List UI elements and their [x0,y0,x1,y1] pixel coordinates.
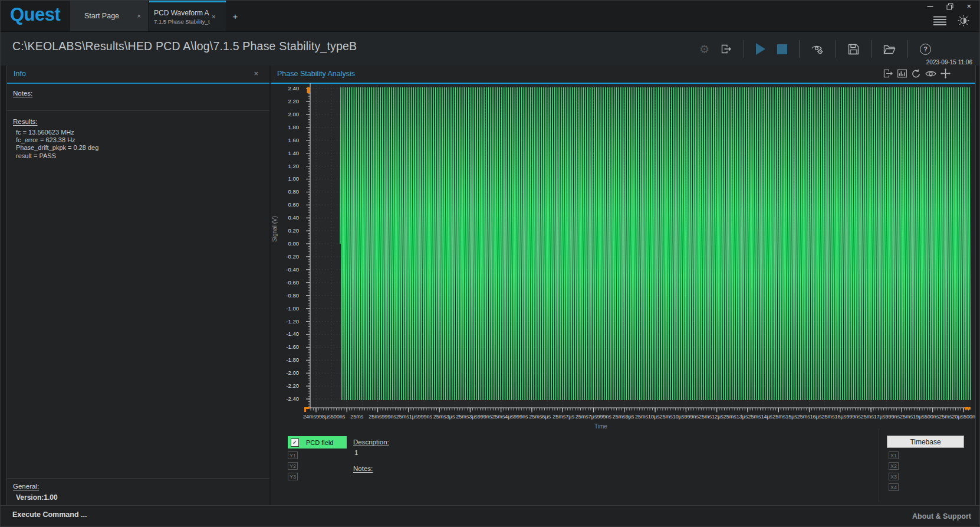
theme-brightness-icon[interactable] [957,14,970,30]
tab-start-page[interactable]: Start Page × [70,1,148,31]
analysis-panel: Phase Stability Analysis Signal (V) 2.40… [271,66,976,506]
close-button[interactable]: × [966,2,971,10]
notes-label: Notes: [13,90,32,97]
x-tick-label: 25ms999ns [369,414,396,420]
tab-text: PCD Waveform A 7.1.5 Phase Stability_t [154,9,212,25]
y-tick-label: 1.60 [288,137,300,143]
stop-button[interactable] [777,44,787,54]
x-tick-label: 25ms9µs [611,414,635,420]
toolbar-separator [836,40,836,58]
x-tick-label: 25ms10µs999ns [660,414,699,420]
y-tick-label: 2.20 [288,98,300,104]
result-line: fc = 13.560623 MHz [16,129,98,136]
export-icon[interactable] [721,44,732,54]
tab-pcd-waveform-analyzer[interactable]: PCD Waveform A 7.1.5 Phase Stability_t × [149,1,226,31]
execute-command-prompt[interactable]: Execute Command ... [12,510,87,519]
x-tick-label: 25ms [345,414,369,420]
x2-cursor-slot[interactable]: X2 [889,462,899,470]
visibility-eye-icon[interactable] [925,70,936,80]
y-tick-label: -0.60 [286,279,299,286]
y-tick-label: 2.40 [288,85,300,91]
toolbar-separator [799,40,800,58]
window-controls: × [927,2,971,10]
tab-sublabel: 7.1.5 Phase Stability_t [154,18,212,25]
y-tick-label: 1.20 [288,163,300,169]
divider [7,110,269,111]
export-chart-icon[interactable] [883,69,893,80]
view-settings-eye-icon[interactable] [811,44,824,54]
y-tick-label: -1.80 [286,356,299,363]
y-tick-label: 0.80 [288,188,300,195]
about-support-link[interactable]: About & Support [912,512,971,521]
minimize-button[interactable] [927,3,933,9]
x-tick-label: 25ms7µs999ns [575,414,611,420]
timestamp: 2023-09-15 11:06 [926,59,972,66]
tab-label: PCD Waveform A [154,9,212,17]
divider [7,478,269,479]
toolbar-separator [907,40,908,58]
timebase-button[interactable]: Timebase [887,436,964,448]
toolbar-separator [871,40,872,58]
x-tick-label: 25ms14µs [748,414,772,420]
settings-gear-icon[interactable]: ⚙ [699,42,709,56]
y-tick-label: 2.00 [288,111,300,117]
y1-cursor-slot[interactable]: Y1 [288,451,298,459]
x4-cursor-slot[interactable]: X4 [889,483,899,491]
close-icon[interactable]: × [254,69,258,78]
y-tick-label: -1.60 [286,343,299,350]
signal-details-panel: ✓ PCD field Y1Y2Y3 Description: 1 Notes:… [271,429,975,506]
save-icon[interactable] [848,44,859,55]
y-tick-label: 1.00 [288,175,300,182]
x-tick-label: 25ms13µs [724,414,748,420]
description-value: 1 [354,449,358,456]
toolbar-separator [744,40,744,58]
result-line: result = PASS [16,152,98,160]
close-icon[interactable]: × [212,14,215,20]
y-tick-label: -2.40 [286,395,299,402]
menu-icon[interactable] [933,16,947,28]
info-panel-header: Info × [7,66,269,84]
y-tick-label: -0.40 [286,266,299,273]
y3-cursor-slot[interactable]: Y3 [288,473,298,480]
waveform-plot[interactable] [303,81,975,413]
x3-cursor-slot[interactable]: X3 [889,473,899,480]
reset-zoom-icon[interactable] [911,69,921,81]
x-tick-label: 25ms6µs [528,414,552,420]
new-tab-button[interactable]: + [227,1,244,31]
signal-pcd-field[interactable]: ✓ PCD field [288,436,347,449]
x-tick-label: 25ms16µs [797,414,822,420]
restore-button[interactable] [946,3,953,10]
info-panel: Info × Notes: Results: fc = 13.560623 MH… [6,66,269,506]
y-tick-label: -2.00 [286,369,299,376]
x-tick-label: 25ms4µs999ns [492,414,528,420]
y-tick-label: -2.20 [286,382,299,389]
x-tick-label: 25ms15µs [772,414,797,420]
x1-cursor-slot[interactable]: X1 [889,451,899,459]
x-tick-label: 25ms3µs [432,414,456,420]
main-toolbar: ⚙ ? [699,40,931,58]
app-window: Quest Start Page × PCD Waveform A 7.1.5 … [0,0,980,527]
help-icon[interactable]: ? [920,44,931,55]
result-line: fc_error = 623.38 Hz [16,136,98,144]
chart-toolbar [883,68,951,81]
checkbox-checked-icon[interactable]: ✓ [291,438,299,447]
close-icon[interactable]: × [137,13,141,19]
tab-bar: Quest Start Page × PCD Waveform A 7.1.5 … [1,1,979,31]
y2-cursor-slot[interactable]: Y2 [288,462,298,470]
run-play-button[interactable] [756,43,765,55]
general-label: General: [13,483,39,490]
y-tick-label: 0.20 [288,227,300,234]
x-tick-label: 25ms1µs999ns [396,414,432,420]
x-tick-label: 25ms7µs [552,414,575,420]
y-tick-label: -0.80 [286,292,299,299]
x-tick-label: 25ms17µs999ns [861,414,900,420]
tab-label: Start Page [77,12,137,20]
result-line: Phase_drift_pkpk = 0.28 deg [16,144,98,152]
histogram-icon[interactable] [897,69,907,80]
open-folder-icon[interactable] [883,44,896,54]
tab-strip: Start Page × PCD Waveform A 7.1.5 Phase … [70,1,244,31]
results-list: fc = 13.560623 MHzfc_error = 623.38 HzPh… [16,129,98,160]
y-tick-label: 0.60 [288,201,300,208]
y-cursor-slots: Y1Y2Y3 [288,451,298,483]
pan-move-icon[interactable] [940,68,951,81]
